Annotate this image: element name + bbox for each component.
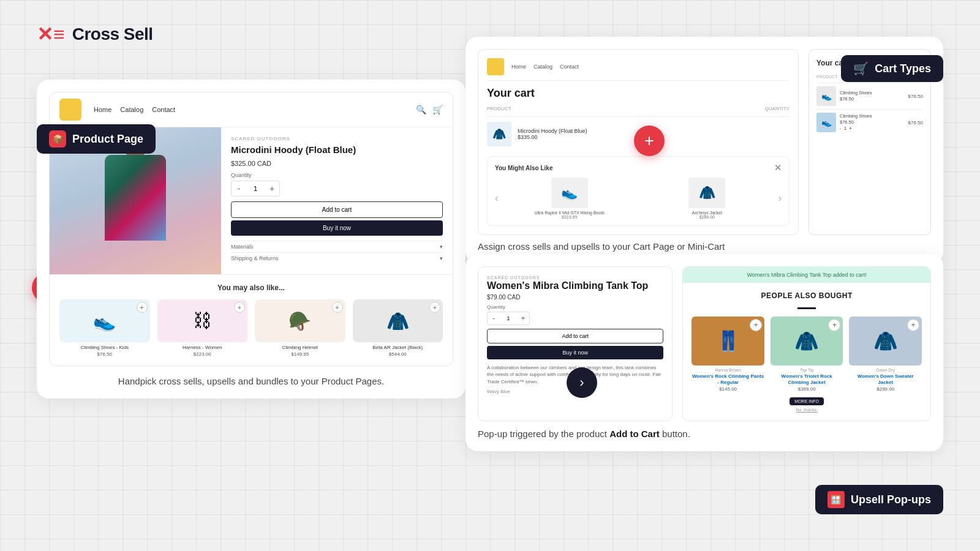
product-tag: Top Tip <box>771 368 843 372</box>
mini-cart-item-image: 👟 <box>816 86 836 106</box>
logo-icon: ✕≡ <box>37 24 65 44</box>
you-might-like: You Might Also Like ✕ ‹ 👟 Ultra Raptor I… <box>487 156 790 226</box>
materials-label: Materials <box>231 244 254 250</box>
mini-cart-item2-price: $76.50 <box>908 120 923 126</box>
upsell-buy-now-btn[interactable]: Buy it now <box>487 346 663 359</box>
upsell-description-text: Pop-up triggered by the product Add to C… <box>478 429 931 439</box>
product-name: Women's Rock Climbing Pants - Regular <box>692 373 764 385</box>
product-price: $223.00 <box>157 351 248 357</box>
product-price: $325.00 CAD <box>231 160 443 167</box>
add-pants-btn[interactable]: + <box>750 319 762 331</box>
cart-plus-button[interactable]: + <box>634 126 665 156</box>
more-info-btn[interactable]: MORE INFO <box>790 397 824 405</box>
prev-arrow[interactable]: ‹ <box>495 193 498 204</box>
list-item: 🧥 Arc'teryx Jacket $289.00 <box>641 178 774 219</box>
list-item: 👖 + Hanna Brown Women's Rock Climbing Pa… <box>692 317 764 412</box>
mock-nav-links: Home Catalog Contact <box>94 106 404 113</box>
product-name: Ultra Raptor II Mid GTX Hiking Boots <box>503 211 636 215</box>
product-thumb-harness: ⛓ + <box>157 299 248 342</box>
you-might-like-items: ‹ 👟 Ultra Raptor II Mid GTX Hiking Boots… <box>495 178 782 219</box>
qty-decrease[interactable]: - <box>232 181 246 196</box>
qty-plus[interactable]: + <box>849 126 852 132</box>
product-name: Harness - Women <box>157 345 248 350</box>
mini-cart-qty: - 1 + <box>840 126 905 132</box>
upsell-qty-decrease[interactable]: - <box>488 312 500 324</box>
buy-now-btn[interactable]: Buy it now <box>231 220 443 236</box>
close-you-might-like[interactable]: ✕ <box>774 163 782 173</box>
popup-products: 👖 + Hanna Brown Women's Rock Climbing Pa… <box>692 317 922 412</box>
qty-value: 1 <box>246 185 265 192</box>
add-jacket-btn[interactable]: + <box>429 302 440 313</box>
cart-nav: Home Catalog Contact <box>487 58 790 81</box>
add-shoes-btn[interactable]: + <box>137 302 148 313</box>
qty-minus[interactable]: - <box>840 126 842 132</box>
cart-description: Assign cross sells and upsells to your C… <box>478 241 931 252</box>
mini-cart-item-price: $76.50 <box>908 94 923 99</box>
product-price: $399.00 <box>771 386 843 392</box>
qty-increase[interactable]: + <box>265 181 279 196</box>
mini-cart-item2-image: 👟 <box>816 113 836 132</box>
cart-types-label: Cart Types <box>875 62 931 75</box>
product-price: $149.95 <box>255 351 345 357</box>
popup-product-image-jacket-blue: 🧥 + <box>849 317 922 365</box>
add-jacket-blue-btn[interactable]: + <box>907 319 919 331</box>
list-item: 🧥 + Down Dry Women's Down Sweater Jacket… <box>849 317 922 412</box>
list-item: 👟 Ultra Raptor II Mid GTX Hiking Boots $… <box>503 178 636 219</box>
product-price: $76.50 <box>59 351 150 357</box>
you-might-like-title: You Might Also Like <box>495 165 552 171</box>
add-harness-btn[interactable]: + <box>234 302 245 313</box>
you-might-like-header: You Might Also Like ✕ <box>495 163 782 173</box>
product-tag: Down Dry <box>849 368 922 372</box>
product-name: Arc'teryx Jacket <box>641 211 774 215</box>
upsell-badge: 🪟 Upsell Pop-ups <box>815 485 943 514</box>
qty-val: 1 <box>844 126 846 132</box>
cart-types-icon: 🛒 <box>853 61 869 76</box>
product-info: SCARED OUTDOORS Microdini Hoody (Float B… <box>221 127 453 274</box>
add-jacket-light-btn[interactable]: + <box>828 319 840 331</box>
next-arrow[interactable]: › <box>778 193 782 204</box>
upsell-popup: Women's Mibra Climbing Tank Top added to… <box>682 266 931 421</box>
also-like-products: 👟 + Climbing Shoes - Kids $76.50 ⛓ + Har… <box>59 299 443 357</box>
popup-success-bar: Women's Mibra Climbing Tank Top added to… <box>683 267 930 283</box>
search-icon[interactable]: 🔍 <box>416 105 426 114</box>
upsell-arrow-button[interactable]: › <box>567 367 597 398</box>
app-title: Cross Sell <box>72 24 153 44</box>
shipping-row: Shipping & Returns ▾ <box>231 252 443 264</box>
model-body <box>105 155 166 241</box>
add-to-cart-btn[interactable]: Add to cart <box>231 201 443 218</box>
right-bottom-card: SCARED OUTDOORS Women's Mibra Climbing T… <box>466 254 943 451</box>
upsell-add-cart-btn[interactable]: Add to cart <box>487 329 663 343</box>
product-page-badge: 📦 Product Page <box>37 124 156 154</box>
upsell-badge-label: Upsell Pop-ups <box>851 493 931 506</box>
product-name: Beta AR Jacket (Black) <box>353 345 443 350</box>
left-card-description: Handpick cross sells, upsells and bundle… <box>49 376 453 386</box>
product-tag: Hanna Brown <box>692 368 764 372</box>
cart-page-title: Your cart <box>487 87 790 100</box>
materials-row: Materials ▾ <box>231 241 443 252</box>
product-price: $299.00 <box>849 386 922 392</box>
description-start: Pop-up triggered by the product <box>478 429 609 439</box>
upsell-qty-increase[interactable]: + <box>517 312 529 324</box>
mini-cart-item2-variant: $76.50 <box>840 119 905 126</box>
list-item: ⛓ + Harness - Women $223.00 <box>157 299 248 357</box>
upsell-badge-icon: 🪟 <box>827 491 845 508</box>
product-price: $289.00 <box>641 215 774 219</box>
nav-home: Home <box>94 106 111 113</box>
add-helmet-btn[interactable]: + <box>332 302 343 313</box>
materials-chevron: ▾ <box>440 244 443 250</box>
mini-cart-item-variant: $76.50 <box>840 96 905 102</box>
shipping-chevron: ▾ <box>440 255 443 261</box>
upsell-qty-control: - 1 + <box>487 312 530 325</box>
product-page-icon: 📦 <box>49 130 66 148</box>
no-thanks-link[interactable]: No, thanks. <box>771 408 843 412</box>
list-item: 👟 + Climbing Shoes - Kids $76.50 <box>59 299 150 357</box>
mini-cart-item-name: Climbing Shoes <box>840 90 905 96</box>
list-item: 🪖 + Climbing Helmet $149.95 <box>255 299 345 357</box>
cart-icon[interactable]: 🛒 <box>432 105 443 114</box>
upsell-product-mock: SCARED OUTDOORS Women's Mibra Climbing T… <box>478 266 673 421</box>
product-price: $544.00 <box>353 351 443 357</box>
product-name: Women's Triolet Rock Climbing Jacket <box>771 373 843 385</box>
mini-cart-item-info: Climbing Shoes $76.50 <box>840 90 905 102</box>
app-header: ✕≡ Cross Sell <box>37 24 153 44</box>
cart-nav-links: Home Catalog Contact <box>511 64 579 70</box>
